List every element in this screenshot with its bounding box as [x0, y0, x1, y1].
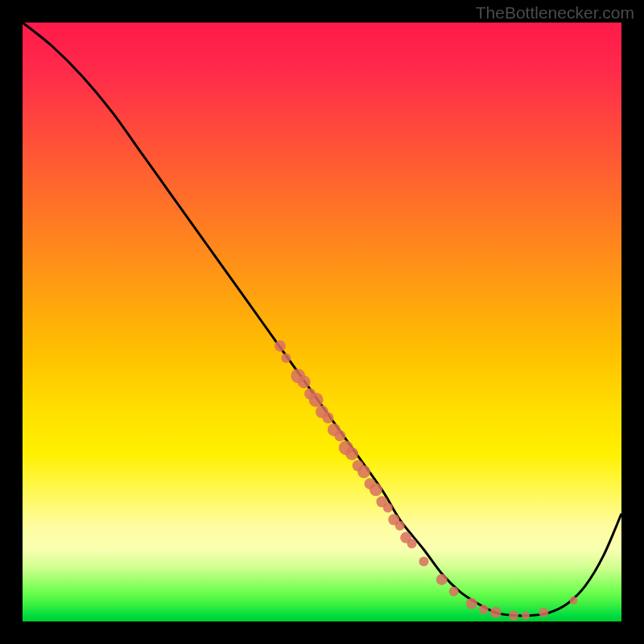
data-marker [383, 503, 393, 513]
plot-area [23, 23, 621, 621]
data-marker [357, 465, 370, 478]
data-marker [466, 598, 477, 609]
data-marker [449, 587, 459, 597]
data-marker [395, 521, 405, 530]
data-marker [509, 611, 518, 621]
data-marker [522, 612, 530, 620]
data-marker [569, 597, 577, 605]
data-marker [298, 375, 311, 388]
watermark-text: TheBottlenecker.com [476, 3, 634, 23]
data-marker [436, 574, 448, 585]
data-marker [407, 539, 417, 548]
chart-container: TheBottlenecker.com [0, 0, 644, 644]
data-marker [419, 557, 428, 567]
data-marker [479, 605, 489, 614]
data-marker [490, 607, 502, 618]
curve-path [23, 23, 621, 616]
data-marker [334, 430, 345, 441]
data-marker [275, 341, 286, 352]
bottleneck-curve [23, 23, 621, 616]
data-marker [539, 608, 548, 617]
data-markers [275, 341, 578, 621]
data-marker [322, 412, 333, 423]
data-marker [345, 448, 358, 460]
chart-svg [23, 23, 621, 621]
data-marker [369, 483, 382, 496]
data-marker [281, 353, 291, 363]
data-marker [309, 393, 324, 407]
